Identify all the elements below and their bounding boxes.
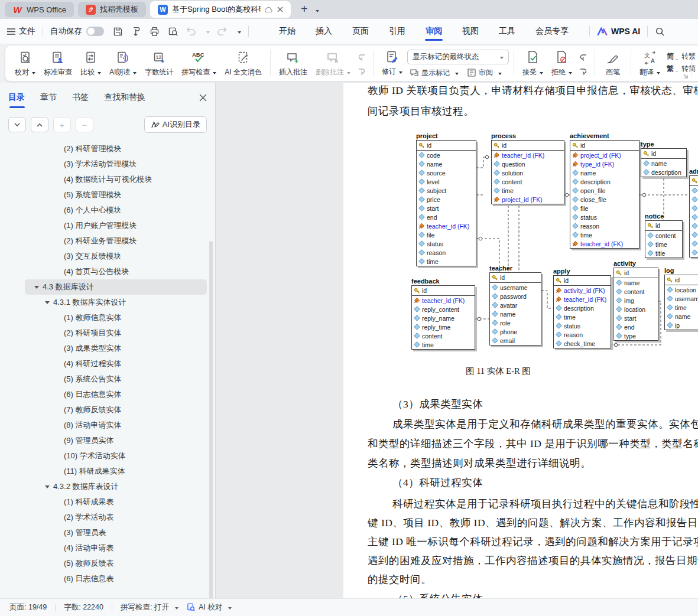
reject-revision-button[interactable]: 拒绝 [548, 48, 576, 79]
zoom-out-toc-button[interactable]: − [76, 117, 93, 132]
caret-down-icon[interactable] [45, 301, 50, 307]
word-count-button[interactable]: 12 字数统计 [141, 48, 177, 79]
toc-item[interactable]: (4) 科研过程实体 [25, 356, 207, 371]
to-simplified-button[interactable]: 繁 转简 [665, 63, 697, 74]
menu-item[interactable]: 开始 [269, 21, 306, 42]
cloud-sync-icon[interactable] [265, 6, 273, 13]
redo-dropdown-icon[interactable] [235, 30, 241, 34]
autosave-control[interactable]: 自动保存 [50, 26, 104, 37]
sidebar-tab[interactable]: 目录 [8, 92, 25, 108]
close-sidebar-icon[interactable] [199, 94, 207, 106]
ai-polish-button[interactable]: AI 全文润色 [221, 48, 265, 79]
menu-item[interactable]: 引用 [379, 21, 415, 42]
toc-item[interactable]: 4.3 数据库设计 [25, 279, 207, 295]
page-indicator[interactable]: 页面: 19/49 [9, 602, 47, 612]
toc-item[interactable]: (2) 科研项目实体 [25, 325, 207, 341]
print-preview-button[interactable] [167, 26, 178, 37]
zoom-in-toc-button[interactable]: + [53, 117, 71, 132]
menu-item[interactable]: 插入 [306, 21, 342, 42]
toc-item[interactable]: (6) 日志信息实体 [25, 387, 207, 402]
sidebar-tab[interactable]: 书签 [72, 92, 89, 108]
menu-item[interactable]: 审阅 [415, 21, 452, 42]
toc-item[interactable]: (3) 成果类型实体 [25, 341, 207, 356]
caret-down-icon[interactable] [34, 286, 39, 291]
close-tab-icon[interactable] [277, 6, 283, 12]
toc-item[interactable]: (5) 教师反馈表 [25, 556, 207, 571]
tab-document[interactable]: W 基于Spring Boot的高校科研 [150, 1, 291, 18]
toc-item[interactable]: (9) 管理员实体 [25, 433, 207, 448]
translate-button[interactable]: 文A 翻译 [636, 48, 664, 79]
next-revision-button[interactable] [577, 66, 590, 77]
ribbon-launcher-icon[interactable] [683, 73, 689, 79]
sidebar-tab[interactable]: 章节 [40, 92, 57, 108]
redo-button[interactable] [217, 27, 228, 36]
sidebar-scrollbar[interactable] [209, 241, 213, 598]
toc-item[interactable]: 4.3.2 数据库表设计 [25, 479, 207, 494]
er-entity-feedback: feedbackidteacher_id (FK)reply_contentre… [411, 278, 475, 350]
wps-ai-button[interactable]: WPS AI [597, 27, 640, 36]
toc-item[interactable]: (4) 数据统计与可视化模块 [25, 172, 207, 187]
accept-revision-button[interactable]: 接受 [519, 48, 547, 79]
spell-check-button[interactable]: ABC 拼写检查 [178, 48, 220, 79]
menu-item[interactable]: 工具 [489, 21, 525, 42]
autosave-toggle[interactable] [86, 27, 104, 36]
toc-item[interactable]: (4) 活动申请表 [25, 540, 207, 556]
toc-item[interactable]: (3) 学术活动管理模块 [25, 157, 207, 172]
menu-item[interactable]: 视图 [452, 21, 489, 42]
ai-proofread-button[interactable]: AI 校对 [187, 602, 232, 612]
undo-dropdown-icon[interactable] [203, 30, 210, 34]
ink-pen-button[interactable]: 画笔 [600, 48, 626, 79]
tab-docer-templates[interactable]: 找稻壳模板 [78, 2, 146, 17]
toc-item[interactable]: (4) 首页与公告模块 [25, 264, 207, 279]
caret-down-icon[interactable] [45, 485, 50, 491]
toc-item[interactable]: (2) 科研业务管理模块 [25, 233, 207, 249]
collapse-toc-button[interactable] [31, 117, 48, 132]
insert-comment-button[interactable]: 插入批注 [275, 48, 311, 79]
toc-item[interactable]: (5) 系统公告实体 [25, 371, 207, 387]
toc-item[interactable]: 4.3.1 数据库实体设计 [25, 295, 207, 310]
standard-review-button[interactable]: 标准审查 [40, 48, 76, 79]
spell-check-status[interactable]: 拼写检查: 打开 [121, 602, 178, 612]
to-traditional-button[interactable]: 简 转繁 [665, 51, 697, 62]
toc-item[interactable]: (1) 用户账户管理模块 [25, 218, 207, 233]
toc-item[interactable]: (5) 系统管理模块 [25, 187, 207, 203]
search-icon[interactable] [655, 27, 665, 37]
toc-item[interactable]: (3) 交互反馈模块 [25, 249, 207, 264]
toc-item[interactable]: (7) 教师反馈实体 [25, 402, 207, 418]
tab-wps-office[interactable]: W WPS Office [5, 2, 74, 17]
next-comment-button[interactable] [355, 66, 368, 77]
delete-comment-button[interactable]: 删除批注 [312, 48, 354, 79]
toc-item[interactable]: (3) 管理员表 [25, 525, 207, 540]
save-button[interactable] [112, 26, 124, 37]
toc-item[interactable]: (2) 科研管理模块 [25, 141, 207, 157]
export-pdf-button[interactable] [131, 26, 142, 37]
previous-revision-button[interactable] [577, 51, 590, 63]
toc-item[interactable]: (10) 学术活动实体 [25, 448, 207, 464]
track-changes-button[interactable]: 修订 [378, 48, 406, 78]
word-count-indicator[interactable]: 字数: 22240 [64, 602, 103, 612]
toc-item[interactable]: (2) 学术活动表 [25, 510, 207, 525]
show-markup-button[interactable]: 显示标记 [407, 67, 461, 79]
toc-item[interactable]: (6) 日志信息表 [25, 571, 207, 586]
toc-item[interactable]: (1) 科研成果表 [25, 494, 207, 510]
sidebar-tab[interactable]: 查找和替换 [104, 92, 145, 108]
markup-state-select[interactable]: 显示标记的最终状态 [407, 50, 509, 64]
review-pane-button[interactable]: 审阅 [465, 67, 504, 79]
expand-toc-button[interactable] [8, 117, 26, 132]
previous-comment-button[interactable] [355, 51, 368, 63]
undo-button[interactable] [186, 27, 196, 36]
menu-item[interactable]: 会员专享 [525, 21, 579, 42]
toc-item[interactable]: (1) 教师信息实体 [25, 310, 207, 325]
ai-read-aloud-button[interactable]: AI朗读 [106, 48, 140, 79]
ai-recognize-toc-button[interactable]: AI识别目录 [144, 116, 207, 133]
print-button[interactable] [149, 26, 160, 37]
toc-item[interactable]: (8) 活动申请实体 [25, 418, 207, 433]
file-menu-button[interactable]: 文件 [7, 26, 35, 37]
compare-button[interactable]: 比较 [77, 48, 105, 79]
toc-item[interactable]: (11) 科研成果实体 [25, 464, 207, 479]
new-tab-button[interactable]: + [295, 2, 313, 17]
tab-list-dropdown-icon[interactable] [313, 4, 319, 15]
menu-item[interactable]: 页面 [342, 21, 379, 42]
toc-item[interactable]: (6) 个人中心模块 [25, 203, 207, 218]
proofread-button[interactable]: 校对 [11, 48, 39, 79]
